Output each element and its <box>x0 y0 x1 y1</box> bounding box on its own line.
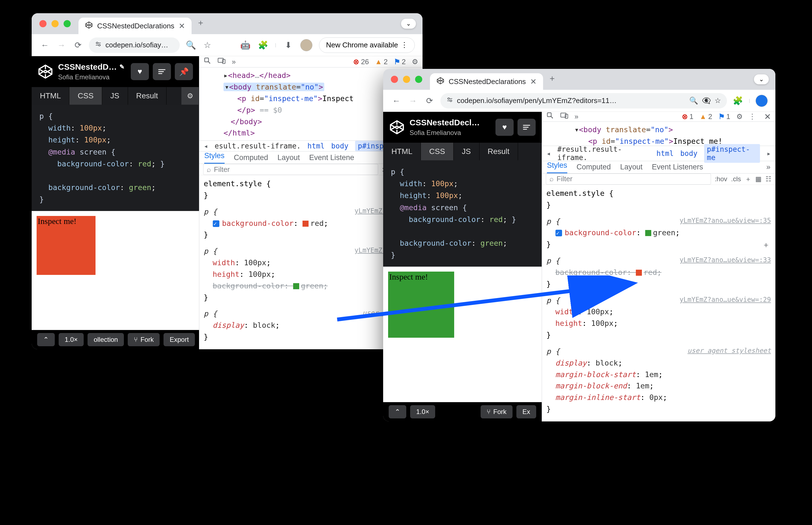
new-tab-button[interactable]: ＋ <box>197 17 206 27</box>
error-count[interactable]: ⊗26 <box>353 58 369 66</box>
bookmark-icon[interactable]: ☆ <box>202 40 213 50</box>
pen-title[interactable]: CSSNestedD… ✎ <box>58 62 124 72</box>
devtools-settings-icon[interactable]: ⚙ <box>736 112 743 121</box>
minimize-window-button[interactable] <box>403 76 410 83</box>
css-editor[interactable]: p { width: 100px; height: 100px; @media … <box>32 105 199 211</box>
close-window-button[interactable] <box>391 76 398 83</box>
zoom-icon[interactable]: 🔍 <box>185 40 196 50</box>
console-button[interactable]: ⌃ <box>389 405 406 418</box>
downloads-icon[interactable]: ⬇ <box>283 40 294 50</box>
browser-tab[interactable]: CSSNestedDeclarations ✕ <box>430 73 543 90</box>
more-tabs-icon[interactable]: » <box>766 163 770 171</box>
kebab-menu-icon[interactable]: ⋮ <box>401 41 408 49</box>
tab-result[interactable]: Result <box>480 143 518 160</box>
preview-element[interactable]: Inspect me! <box>36 216 95 275</box>
update-chrome-chip[interactable]: New Chrome available ⋮ <box>319 38 415 53</box>
tab-html[interactable]: HTML <box>32 87 69 105</box>
profile-avatar[interactable] <box>300 39 312 51</box>
extensions-puzzle-icon[interactable]: 🧩 <box>257 40 268 50</box>
collection-button[interactable]: ollection <box>88 333 124 346</box>
device-mode-icon[interactable] <box>560 112 568 121</box>
site-settings-icon[interactable] <box>95 41 102 49</box>
warning-count[interactable]: ▲2 <box>375 58 388 66</box>
more-panels-icon[interactable]: » <box>575 112 578 121</box>
tab-js[interactable]: JS <box>102 87 128 105</box>
more-panels-icon[interactable]: » <box>232 58 236 66</box>
computed-layout-icon[interactable]: ▦ <box>755 175 762 183</box>
back-button[interactable]: ← <box>391 96 402 105</box>
tab-css[interactable]: CSS <box>69 87 102 105</box>
tab-event-listeners[interactable]: Event Listeners <box>652 163 703 171</box>
preview-element[interactable]: Inspect me! <box>388 272 454 338</box>
info-count[interactable]: ⚑2 <box>394 58 406 66</box>
close-window-button[interactable] <box>40 20 47 27</box>
heart-button[interactable]: ♥ <box>496 119 514 136</box>
tab-styles[interactable]: Styles <box>547 161 567 173</box>
omnibox[interactable]: codepen.io/sofiayem/pen/yLmYEmZ?editors=… <box>440 93 727 108</box>
device-mode-icon[interactable] <box>217 57 226 66</box>
bookmark-icon[interactable]: ☆ <box>715 96 721 105</box>
layout-button[interactable] <box>153 63 171 80</box>
tab-layout[interactable]: Layout <box>620 163 642 171</box>
tab-event-listeners[interactable]: Event Listene <box>309 153 354 162</box>
inspect-element-icon[interactable] <box>546 112 554 121</box>
info-count[interactable]: ⚑1 <box>718 112 730 121</box>
export-button[interactable]: Export <box>163 333 194 346</box>
console-button[interactable]: ⌃ <box>37 333 55 346</box>
inspect-element-icon[interactable] <box>204 57 212 67</box>
tab-css[interactable]: CSS <box>421 143 454 160</box>
tab-result[interactable]: Result <box>128 87 167 105</box>
export-button[interactable]: Ex <box>516 405 536 418</box>
devtools-settings-icon[interactable]: ⚙ <box>412 58 418 66</box>
hov-toggle[interactable]: :hov <box>715 175 727 183</box>
fork-button[interactable]: ⑂ Fork <box>481 405 513 418</box>
maximize-window-button[interactable] <box>415 76 422 83</box>
browser-tab[interactable]: CSSNestedDeclarations ✕ <box>78 18 191 34</box>
editor-settings-icon[interactable]: ⚙ <box>182 87 199 105</box>
error-count[interactable]: ⊗1 <box>682 112 693 121</box>
forward-button[interactable]: → <box>407 96 418 105</box>
fork-button[interactable]: ⑂ Fork <box>128 333 160 346</box>
chevron-left-icon[interactable]: ◂ <box>546 149 551 158</box>
styles-pane[interactable]: element.style { } yLmYEmZ?ano…ue&view=:3… <box>542 185 776 421</box>
tab-styles[interactable]: Styles <box>204 151 224 164</box>
styles-filter-input[interactable]: ⌕ Filter <box>203 164 378 175</box>
styles-filter-input[interactable]: ⌕ Filter <box>546 174 711 184</box>
pen-author[interactable]: Sofia Emelianova <box>58 73 124 81</box>
pen-title[interactable]: CSSNestedDecl… <box>410 118 480 127</box>
tab-computed[interactable]: Computed <box>234 153 268 162</box>
tab-computed[interactable]: Computed <box>577 163 611 171</box>
heart-button[interactable]: ♥ <box>131 63 149 80</box>
chevron-right-icon[interactable]: ▸ <box>767 149 771 158</box>
cls-toggle[interactable]: .cls <box>731 175 741 183</box>
dom-tree[interactable]: ▾<body translate="no"> <p id="inspect-me… <box>542 122 776 146</box>
window-collapse-toggle[interactable]: ⌄ <box>754 74 769 84</box>
edit-title-icon[interactable]: ✎ <box>120 63 124 71</box>
new-tab-button[interactable]: ＋ <box>548 73 558 82</box>
reload-button[interactable]: ⟳ <box>424 96 435 105</box>
maximize-window-button[interactable] <box>64 20 71 27</box>
css-editor[interactable]: p { width: 100px; height: 100px; @media … <box>383 160 542 267</box>
tab-layout[interactable]: Layout <box>278 153 300 162</box>
codepen-logo-icon[interactable] <box>38 64 53 79</box>
profile-avatar[interactable] <box>755 95 768 107</box>
close-tab-icon[interactable]: ✕ <box>530 77 536 86</box>
new-rule-icon[interactable]: ＋ <box>745 175 751 183</box>
forward-button[interactable]: → <box>56 41 67 50</box>
window-collapse-toggle[interactable]: ⌄ <box>401 19 416 29</box>
codepen-logo-icon[interactable] <box>389 120 405 135</box>
panel-layout-icon[interactable]: ☷ <box>765 175 771 183</box>
reload-button[interactable]: ⟳ <box>73 40 83 50</box>
back-button[interactable]: ← <box>40 41 50 50</box>
layout-button[interactable] <box>517 119 536 136</box>
close-tab-icon[interactable]: ✕ <box>178 21 185 31</box>
extensions-robot-icon[interactable]: 🤖 <box>240 40 251 50</box>
extensions-puzzle-icon[interactable]: 🧩 <box>732 96 744 105</box>
zoom-button[interactable]: 1.0× <box>59 333 84 346</box>
kebab-menu-icon[interactable]: ⋮ <box>749 112 756 121</box>
minimize-window-button[interactable] <box>51 20 59 27</box>
site-settings-icon[interactable] <box>447 96 453 105</box>
incognito-hide-icon[interactable]: 👁‍🗨 <box>702 96 711 105</box>
warning-count[interactable]: ▲2 <box>699 112 712 121</box>
pin-button[interactable]: 📌 <box>175 63 193 80</box>
